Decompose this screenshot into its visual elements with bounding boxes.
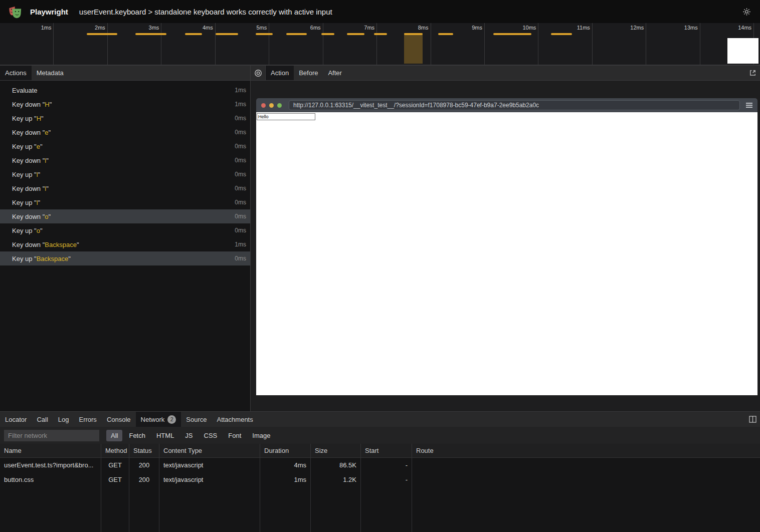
action-row[interactable]: Key down "H"1ms xyxy=(0,97,250,111)
tab-actions[interactable]: Actions xyxy=(0,66,32,80)
action-duration: 1ms xyxy=(235,241,246,248)
open-snapshot-button[interactable] xyxy=(745,66,760,80)
tab-network[interactable]: Network2 xyxy=(136,412,181,427)
tab-after[interactable]: After xyxy=(323,66,346,80)
timeline-action-bar[interactable] xyxy=(256,33,273,35)
network-request-row[interactable]: userEvent.test.ts?import&bro...GET200tex… xyxy=(0,458,760,472)
tab-log[interactable]: Log xyxy=(53,412,74,427)
settings-button[interactable] xyxy=(740,5,753,18)
action-title: Key up " xyxy=(12,143,37,150)
column-header-content_type: Content Type xyxy=(159,444,260,457)
timeline-action-bar[interactable] xyxy=(493,33,531,35)
timeline-action-bar[interactable] xyxy=(551,33,572,35)
filter-chip-image[interactable]: Image xyxy=(248,430,275,441)
timeline-action-bar[interactable] xyxy=(404,33,423,35)
network-request-row[interactable]: button.cssGET200text/javascript1ms1.2K- xyxy=(0,472,760,487)
timeline-action-bar[interactable] xyxy=(216,33,238,35)
toggle-layout-button[interactable] xyxy=(745,412,760,427)
timeline-screenshot-thumbnail[interactable] xyxy=(727,38,758,64)
filter-chip-html[interactable]: HTML xyxy=(152,430,178,441)
tab-action[interactable]: Action xyxy=(266,66,294,80)
action-title: Key up " xyxy=(12,115,37,122)
timeline[interactable]: 1ms2ms3ms4ms5ms6ms7ms8ms9ms10ms11ms12ms1… xyxy=(0,23,760,66)
filter-chip-all[interactable]: All xyxy=(106,430,122,441)
filter-chip-font[interactable]: Font xyxy=(224,430,246,441)
column-header-duration: Duration xyxy=(260,444,311,457)
action-row[interactable]: Evaluate1ms xyxy=(0,83,250,97)
cell-method: GET xyxy=(101,458,129,472)
snapshot-panel: ActionBeforeAfter htt xyxy=(251,66,760,411)
tab-locator[interactable]: Locator xyxy=(0,412,32,427)
split-view-icon xyxy=(749,416,756,423)
tab-label: Locator xyxy=(5,416,27,423)
filter-chip-fetch[interactable]: Fetch xyxy=(124,430,150,441)
tab-label: Source xyxy=(186,416,207,423)
timeline-action-bar[interactable] xyxy=(87,33,117,35)
cell-size: 86.5K xyxy=(311,458,361,472)
action-row[interactable]: Key up "o"0ms xyxy=(0,223,250,237)
timeline-action-bar[interactable] xyxy=(321,33,334,35)
action-duration: 0ms xyxy=(235,227,246,234)
action-duration: 0ms xyxy=(235,157,246,164)
timeline-action-bar[interactable] xyxy=(374,33,387,35)
page-text-input[interactable] xyxy=(257,113,315,120)
action-row[interactable]: Key down "o"0ms xyxy=(0,209,250,223)
action-key-value: H xyxy=(37,115,41,122)
timeline-action-bar[interactable] xyxy=(286,33,307,35)
tab-before[interactable]: Before xyxy=(294,66,323,80)
action-title: Key down " xyxy=(12,101,45,108)
action-key-value: Backspace xyxy=(45,241,77,248)
action-title-quote: " xyxy=(77,241,79,248)
tab-console[interactable]: Console xyxy=(102,412,136,427)
timeline-action-bar[interactable] xyxy=(438,33,453,35)
network-table-body: userEvent.test.ts?import&bro...GET200tex… xyxy=(0,458,760,532)
action-key-value: H xyxy=(45,101,49,108)
address-bar[interactable]: http://127.0.0.1:63315/__vitest_test__/?… xyxy=(289,100,740,110)
action-title-quote: " xyxy=(46,157,49,164)
action-row[interactable]: Key down "l"0ms xyxy=(0,153,250,167)
timeline-canvas[interactable] xyxy=(0,23,760,65)
action-duration: 1ms xyxy=(235,87,246,94)
filter-chip-css[interactable]: CSS xyxy=(200,430,222,441)
action-row[interactable]: Key up "H"0ms xyxy=(0,111,250,125)
action-title: Key down " xyxy=(12,185,45,192)
tab-call[interactable]: Call xyxy=(32,412,53,427)
app-header: Playwright userEvent.keyboard > standalo… xyxy=(0,0,760,23)
cell-content_type: text/javascript xyxy=(159,472,260,487)
action-title: Key down " xyxy=(12,241,45,248)
tab-label: Network xyxy=(141,416,165,423)
action-duration: 0ms xyxy=(235,115,246,122)
timeline-action-bar[interactable] xyxy=(185,33,202,35)
action-row[interactable]: Key down "Backspace"1ms xyxy=(0,237,250,251)
filler-cell xyxy=(101,487,129,532)
playwright-logo-icon xyxy=(7,4,22,19)
tab-errors[interactable]: Errors xyxy=(74,412,101,427)
tab-attachments[interactable]: Attachments xyxy=(212,412,258,427)
maximize-window-icon xyxy=(277,103,282,108)
filter-chip-js[interactable]: JS xyxy=(180,430,197,441)
action-title-quote: " xyxy=(40,143,43,150)
pick-locator-button[interactable] xyxy=(251,66,266,80)
cell-route xyxy=(412,458,760,472)
action-title: Key down " xyxy=(12,157,45,164)
action-duration: 0ms xyxy=(235,171,246,178)
action-row[interactable]: Key down "l"0ms xyxy=(0,181,250,195)
tab-source[interactable]: Source xyxy=(181,412,212,427)
action-row[interactable]: Key up "Backspace"0ms xyxy=(0,251,250,265)
action-row[interactable]: Key up "e"0ms xyxy=(0,139,250,153)
gear-icon xyxy=(742,7,751,17)
network-filter-input[interactable] xyxy=(4,430,99,441)
timeline-action-bar[interactable] xyxy=(347,33,364,35)
action-title-quote: " xyxy=(49,213,51,220)
tab-metadata[interactable]: Metadata xyxy=(32,66,69,80)
filler-cell xyxy=(159,487,260,532)
cell-content_type: text/javascript xyxy=(159,458,260,472)
action-row[interactable]: Key up "l"0ms xyxy=(0,195,250,209)
snapshot-page xyxy=(256,112,757,395)
timeline-action-bar[interactable] xyxy=(135,33,166,35)
actions-panel: ActionsMetadata Evaluate1msKey down "H"1… xyxy=(0,66,251,411)
action-row[interactable]: Key up "l"0ms xyxy=(0,167,250,181)
action-row[interactable]: Key down "e"0ms xyxy=(0,125,250,139)
action-duration: 0ms xyxy=(235,129,246,136)
tab-label: Errors xyxy=(79,416,96,423)
